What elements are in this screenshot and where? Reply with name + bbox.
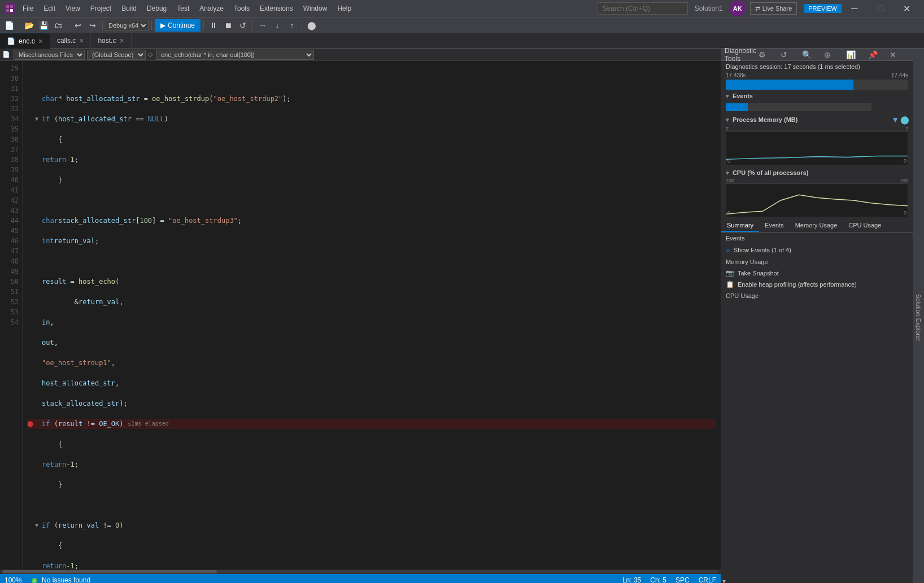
step-out-button[interactable]: ↑ (285, 19, 299, 32)
tab-enc-c-close[interactable]: × (38, 37, 43, 46)
close-button[interactable]: ✕ (894, 0, 919, 17)
redo-button[interactable]: ↪ (86, 19, 99, 32)
svg-rect-3 (10, 9, 13, 12)
diag-tab-cpu-usage[interactable]: CPU Usage (843, 220, 887, 232)
continue-button[interactable]: ▶ Continue (155, 19, 201, 32)
solution-explorer-label: Solution Explorer (915, 294, 922, 341)
scope-files-select[interactable]: Miscellaneous Files (14, 50, 85, 60)
liveshare-button[interactable]: ⇄ Live Share (750, 2, 797, 15)
code-line-47: { (27, 439, 716, 449)
show-events-row[interactable]: » Show Events (1 of 4) (721, 244, 913, 256)
continue-icon: ▶ (160, 21, 165, 29)
diag-tab-events[interactable]: Events (759, 220, 790, 232)
preview-button[interactable]: PREVIEW (804, 4, 842, 13)
code-line-48: return -1; (27, 459, 716, 470)
diag-zoom-icon[interactable]: ⊕ (824, 50, 844, 59)
diag-close-icon[interactable]: ✕ (890, 50, 909, 59)
code-line-29 (27, 73, 716, 84)
window-controls: ─ □ ✕ (842, 0, 919, 17)
stop-button[interactable]: ⏹ (221, 19, 235, 32)
editor-area: 📄 Miscellaneous Files (Global Scope) ◇ e… (0, 49, 721, 583)
menu-extensions[interactable]: Extensions (255, 2, 298, 15)
step-over-button[interactable]: → (256, 19, 269, 32)
events-panel-section: Events (721, 233, 913, 244)
memory-usage-section: Memory Usage (721, 256, 913, 268)
scrollbar-horizontal[interactable] (0, 569, 721, 574)
diag-chart-icon[interactable]: 📊 (846, 50, 866, 59)
step-into-button[interactable]: ↓ (271, 19, 284, 32)
tab-enc-c[interactable]: 📄 enc.c × (0, 33, 50, 49)
solution-explorer-sidebar[interactable]: Solution Explorer (913, 49, 924, 583)
code-line-37: int return_val; (27, 236, 716, 246)
save-button[interactable]: 💾 (37, 19, 50, 32)
tab-host-c[interactable]: host.c × (91, 33, 131, 49)
sep7 (302, 21, 302, 30)
diag-settings-icon[interactable]: ⚙ (759, 50, 778, 59)
diagnostic-session-text: Diagnostics session: 17 seconds (1 ms se… (721, 61, 913, 72)
menu-build[interactable]: Build (117, 2, 141, 15)
undo-button[interactable]: ↩ (71, 19, 85, 32)
code-line-52: { (27, 541, 716, 551)
code-editor[interactable]: char* host_allocated_str = oe_host_strdu… (23, 61, 721, 569)
sep6 (252, 21, 253, 30)
code-line-40: &return_val, (27, 297, 716, 307)
scope-function-select[interactable]: enc_echo(char * in, char out[100]) (156, 50, 314, 60)
restart-button[interactable]: ↺ (236, 19, 250, 32)
open-file-button[interactable]: 📂 (22, 19, 36, 32)
tab-calls-c-close[interactable]: × (79, 36, 84, 45)
menu-help[interactable]: Help (333, 2, 356, 15)
diag-tab-summary[interactable]: Summary (721, 220, 759, 232)
cpu-usage-section: CPU Usage (721, 290, 913, 301)
save-all-button[interactable]: 🗂 (51, 19, 65, 32)
config-select[interactable]: Debug x64 (106, 20, 149, 31)
diagnostic-tabs: Summary Events Memory Usage CPU Usage (721, 220, 913, 233)
diag-pin-icon[interactable]: 📌 (868, 50, 888, 59)
expand-diag-btn[interactable]: ▾ (721, 576, 913, 583)
cpu-section-header[interactable]: ▼ CPU (% of all processors) (721, 168, 913, 178)
menu-view[interactable]: View (61, 2, 85, 15)
events-section-header[interactable]: ▼ Events (721, 91, 913, 101)
tab-calls-c[interactable]: calls.c × (50, 33, 91, 49)
liveshare-icon: ⇄ (755, 5, 760, 12)
sep2 (68, 21, 68, 30)
code-line-43: "oe_host_strdup1", (27, 358, 716, 368)
editor-scope-toolbar: 📄 Miscellaneous Files (Global Scope) ◇ e… (0, 49, 721, 61)
take-snapshot-row[interactable]: 📷 Take Snapshot (721, 268, 913, 279)
diag-search-icon[interactable]: 🔍 (802, 50, 822, 59)
code-line-34: } (27, 175, 716, 185)
menu-tools[interactable]: Tools (229, 2, 254, 15)
cpu-title: CPU (% of all processors) (733, 169, 808, 176)
new-project-button[interactable]: 📄 (2, 19, 16, 32)
menu-debug[interactable]: Debug (142, 2, 171, 15)
menu-project[interactable]: Project (86, 2, 116, 15)
tab-host-c-close[interactable]: × (119, 36, 124, 45)
menu-edit[interactable]: Edit (39, 2, 60, 15)
code-line-46: ⬤ if (result != OE_OK)≤1ms elapsed (27, 419, 716, 429)
issues-status: ✓ No issues found (31, 576, 90, 583)
diag-refresh-icon[interactable]: ↺ (781, 50, 800, 59)
menu-file[interactable]: File (18, 2, 38, 15)
menu-window[interactable]: Window (299, 2, 332, 15)
global-search-input[interactable] (598, 2, 688, 15)
liveshare-label: Live Share (762, 5, 792, 12)
minimize-button[interactable]: ─ (842, 0, 868, 17)
code-line-31: ▼ if (host_allocated_str == NULL) (27, 114, 716, 124)
memory-section-header[interactable]: ▼ Process Memory (MB) ▼ ⬤ (721, 113, 913, 126)
diagnostic-timeline-bar (726, 80, 908, 90)
maximize-button[interactable]: □ (868, 0, 894, 17)
breakpoints-button[interactable]: ⬤ (305, 19, 319, 32)
heap-profiling-row[interactable]: 📋 Enable heap profiling (affects perform… (721, 279, 913, 290)
scope-global-select[interactable]: (Global Scope) (87, 50, 146, 60)
code-line-30: char* host_allocated_str = oe_host_strdu… (27, 94, 716, 104)
menu-analyze[interactable]: Analyze (195, 2, 228, 15)
code-line-44: host_allocated_str, (27, 378, 716, 388)
tab-enc-c-label: enc.c (19, 37, 35, 45)
editor-position: Ln: 35 Ch: 5 SPC CRLF (622, 576, 716, 583)
menu-test[interactable]: Test (172, 2, 194, 15)
tab-enc-c-icon: 📄 (7, 37, 15, 45)
tab-calls-c-label: calls.c (57, 37, 76, 45)
diag-tab-memory-usage[interactable]: Memory Usage (790, 220, 843, 232)
take-snapshot-label: Take Snapshot (738, 270, 779, 277)
editor-statusbar: 100% ✓ No issues found Ln: 35 Ch: 5 SPC … (0, 574, 721, 583)
pause-button[interactable]: ⏸ (207, 19, 220, 32)
